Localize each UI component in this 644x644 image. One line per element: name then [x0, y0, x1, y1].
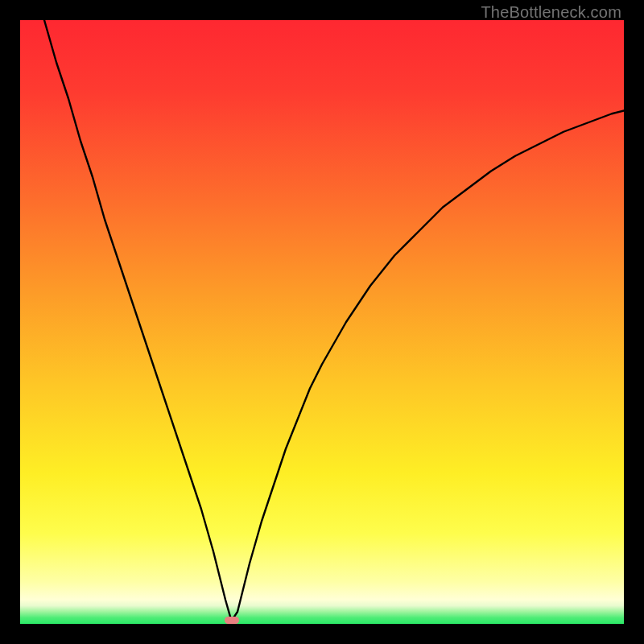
watermark-text: TheBottleneck.com	[481, 3, 621, 22]
chart-frame	[20, 20, 624, 624]
gradient-background	[20, 20, 624, 624]
bottleneck-chart	[20, 20, 624, 624]
minimum-marker	[225, 617, 239, 624]
